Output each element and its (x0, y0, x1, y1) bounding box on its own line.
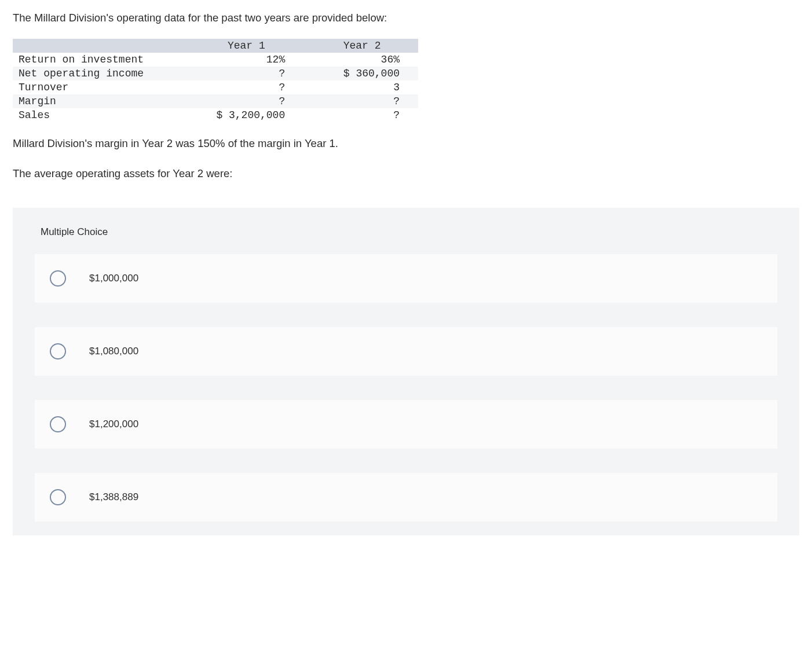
row-year2: 3 (303, 80, 418, 94)
option-2[interactable]: $1,200,000 (35, 400, 777, 449)
operating-data-table: Year 1 Year 2 Return on investment 12% 3… (13, 39, 418, 122)
table-header-year1: Year 1 (186, 39, 303, 53)
row-year1: ? (186, 67, 303, 80)
question-prompt: The average operating assets for Year 2 … (13, 167, 799, 180)
row-year2: $ 360,000 (303, 67, 418, 80)
question-container: The Millard Division's operating data fo… (0, 0, 812, 541)
multiple-choice-heading: Multiple Choice (13, 223, 799, 254)
table-row: Net operating income ? $ 360,000 (13, 67, 418, 80)
table-row: Return on investment 12% 36% (13, 53, 418, 67)
table-row: Sales $ 3,200,000 ? (13, 108, 418, 122)
question-followup: Millard Division's margin in Year 2 was … (13, 136, 799, 151)
question-intro: The Millard Division's operating data fo… (13, 10, 799, 26)
table-row: Margin ? ? (13, 94, 418, 108)
row-year1: $ 3,200,000 (186, 108, 303, 122)
radio-icon[interactable] (50, 489, 66, 505)
table-row: Turnover ? 3 (13, 80, 418, 94)
table-header-year2: Year 2 (303, 39, 418, 53)
row-year1: ? (186, 94, 303, 108)
table-header-blank (13, 39, 186, 53)
option-label: $1,388,889 (89, 491, 138, 503)
row-year2: ? (303, 94, 418, 108)
option-label: $1,000,000 (89, 273, 138, 284)
options-list: $1,000,000 $1,080,000 $1,200,000 $1,388,… (13, 254, 799, 522)
radio-icon[interactable] (50, 416, 66, 432)
radio-icon[interactable] (50, 270, 66, 287)
option-3[interactable]: $1,388,889 (35, 473, 777, 522)
option-label: $1,200,000 (89, 419, 138, 430)
option-label: $1,080,000 (89, 346, 138, 357)
row-label: Margin (13, 94, 186, 108)
option-0[interactable]: $1,000,000 (35, 254, 777, 303)
row-label: Turnover (13, 80, 186, 94)
row-label: Net operating income (13, 67, 186, 80)
table-header-row: Year 1 Year 2 (13, 39, 418, 53)
answer-area: Multiple Choice $1,000,000 $1,080,000 $1… (13, 208, 799, 535)
row-label: Sales (13, 108, 186, 122)
radio-icon[interactable] (50, 343, 66, 359)
row-year1: ? (186, 80, 303, 94)
row-year1: 12% (186, 53, 303, 67)
option-1[interactable]: $1,080,000 (35, 327, 777, 376)
row-label: Return on investment (13, 53, 186, 67)
row-year2: 36% (303, 53, 418, 67)
row-year2: ? (303, 108, 418, 122)
